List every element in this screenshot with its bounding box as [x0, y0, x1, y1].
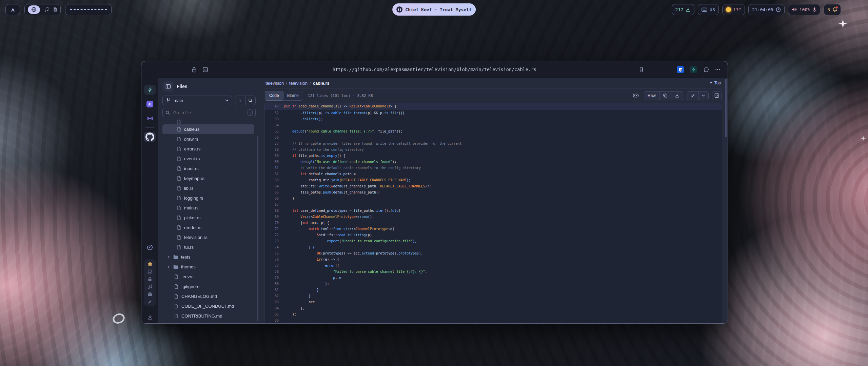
- tree-item-clipped[interactable]: [162, 119, 254, 124]
- breadcrumb-repo[interactable]: television: [265, 81, 284, 86]
- tree-item-.gitignore[interactable]: .gitignore: [162, 282, 254, 291]
- tree-item-input.rs[interactable]: input.rs: [162, 164, 254, 174]
- line-number[interactable]: 62: [264, 171, 279, 177]
- tree-item-tests[interactable]: tests: [162, 252, 254, 262]
- line-number[interactable]: 69: [264, 214, 279, 220]
- line-number[interactable]: 71: [264, 226, 279, 232]
- edit-button[interactable]: [687, 92, 698, 100]
- line-number[interactable]: 75: [264, 250, 279, 257]
- notifications-widget[interactable]: 8: [824, 4, 841, 15]
- browser-menu-button[interactable]: ⋯: [715, 66, 721, 73]
- line-number[interactable]: 58: [264, 147, 279, 153]
- window-scrollbar-thumb[interactable]: [725, 79, 727, 137]
- workspace-lock[interactable]: [148, 277, 152, 281]
- edit-dropdown-button[interactable]: [698, 92, 708, 100]
- volume-widget[interactable]: 100%: [788, 4, 820, 15]
- copy-button[interactable]: [659, 92, 671, 100]
- line-number[interactable]: 81: [264, 287, 279, 293]
- line-number[interactable]: 56: [264, 135, 279, 141]
- line-number[interactable]: 64: [264, 183, 279, 189]
- lightning-extension-icon[interactable]: [690, 66, 697, 73]
- line-number[interactable]: 63: [264, 177, 279, 183]
- line-number[interactable]: 68: [264, 208, 279, 214]
- tree-item-errors.rs[interactable]: errors.rs: [162, 144, 254, 154]
- workspace-pen[interactable]: [148, 300, 152, 304]
- workspace-docs-button[interactable]: [53, 7, 57, 12]
- line-number[interactable]: 78: [264, 269, 279, 275]
- tree-item-CODE_OF_CONDUCT.md[interactable]: CODE_OF_CONDUCT.md: [162, 301, 254, 311]
- line-number[interactable]: 76: [264, 257, 279, 263]
- tree-item-picker.rs[interactable]: picker.rs: [162, 213, 254, 223]
- line-number[interactable]: 67: [264, 202, 279, 208]
- window-title-widget[interactable]: [65, 4, 112, 15]
- downloads-button[interactable]: [147, 314, 153, 320]
- copilot-button[interactable]: [631, 91, 640, 100]
- workspace-laptop[interactable]: [147, 269, 153, 274]
- weather-widget[interactable]: 17°: [722, 4, 745, 15]
- workspace-browser-pill[interactable]: [28, 5, 40, 14]
- line-number[interactable]: 66: [264, 196, 279, 202]
- line-number[interactable]: 61: [264, 165, 279, 171]
- tree-item-cable.rs[interactable]: cable.rs: [162, 124, 254, 134]
- tree-item-themes[interactable]: themes: [162, 262, 254, 272]
- sidebar-scrollbar[interactable]: [257, 136, 258, 321]
- workspace-music[interactable]: [148, 284, 152, 289]
- line-number[interactable]: 65: [264, 189, 279, 196]
- new-file-button[interactable]: +: [235, 96, 245, 105]
- launcher-button[interactable]: [5, 4, 20, 15]
- tab-mail[interactable]: [144, 113, 156, 123]
- lock-icon[interactable]: [192, 67, 197, 73]
- tree-item-draw.rs[interactable]: draw.rs: [162, 134, 254, 144]
- back-to-top-link[interactable]: Top: [709, 81, 721, 85]
- line-number[interactable]: 55: [264, 128, 279, 135]
- line-number[interactable]: 54: [264, 122, 279, 128]
- tree-item-television.rs[interactable]: television.rs: [162, 232, 254, 242]
- line-number[interactable]: 53: [264, 116, 279, 122]
- tree-item-event.rs[interactable]: event.rs: [162, 154, 254, 164]
- tree-item-.envrc[interactable]: .envrc: [162, 272, 254, 282]
- site-permissions-icon[interactable]: [202, 67, 208, 73]
- branch-selector[interactable]: main: [162, 96, 232, 105]
- line-number[interactable]: 43: [264, 103, 279, 110]
- tree-item-logging.rs[interactable]: logging.rs: [162, 193, 254, 203]
- line-number[interactable]: 72: [264, 232, 279, 238]
- raw-button[interactable]: Raw: [644, 92, 659, 100]
- line-number[interactable]: 74: [264, 244, 279, 250]
- workspace-briefcase[interactable]: [147, 292, 153, 297]
- tab-github[interactable]: [144, 132, 156, 142]
- tree-item-clipped[interactable]: [162, 321, 254, 321]
- updates-widget[interactable]: 217: [672, 4, 694, 15]
- line-number[interactable]: 86: [264, 318, 279, 324]
- download-button[interactable]: [671, 92, 683, 100]
- extensions-puzzle-icon[interactable]: [703, 67, 709, 73]
- workspace-home[interactable]: [147, 262, 153, 266]
- line-number[interactable]: 70: [264, 220, 279, 226]
- clock-widget[interactable]: 21:04:05: [748, 4, 785, 15]
- tree-item-CONTRIBUTING.md[interactable]: CONTRIBUTING.md: [162, 311, 254, 321]
- url-bar[interactable]: https://github.com/alexpasmantier/televi…: [333, 67, 536, 72]
- collapse-sidebar-button[interactable]: [163, 81, 173, 92]
- breadcrumb-dir[interactable]: television: [289, 81, 308, 86]
- symbols-panel-button[interactable]: [712, 91, 722, 100]
- line-number[interactable]: 80: [264, 281, 279, 287]
- workspace-zen[interactable]: [144, 242, 156, 252]
- tab-blame[interactable]: Blame: [283, 91, 303, 100]
- keyboard-layout-widget[interactable]: US: [698, 4, 719, 15]
- line-number[interactable]: 82: [264, 293, 279, 299]
- line-number[interactable]: 73: [264, 238, 279, 244]
- bookmark-button[interactable]: [639, 67, 644, 73]
- line-number[interactable]: 60: [264, 159, 279, 165]
- workspace-music-button[interactable]: [44, 7, 49, 12]
- tree-item-main.rs[interactable]: main.rs: [162, 203, 254, 213]
- tree-item-CHANGELOG.md[interactable]: CHANGELOG.md: [162, 291, 254, 301]
- line-number[interactable]: 59: [264, 153, 279, 159]
- tree-item-keymap.rs[interactable]: keymap.rs: [162, 174, 254, 183]
- search-tree-button[interactable]: [245, 96, 255, 105]
- tree-item-tui.rs[interactable]: tui.rs: [162, 242, 254, 252]
- line-number[interactable]: 57: [264, 141, 279, 147]
- tab-lightning[interactable]: [144, 85, 156, 95]
- tree-item-render.rs[interactable]: render.rs: [162, 223, 254, 232]
- line-number[interactable]: 52: [264, 110, 279, 116]
- line-number[interactable]: 83: [264, 299, 279, 305]
- tab-code[interactable]: Code: [265, 91, 283, 101]
